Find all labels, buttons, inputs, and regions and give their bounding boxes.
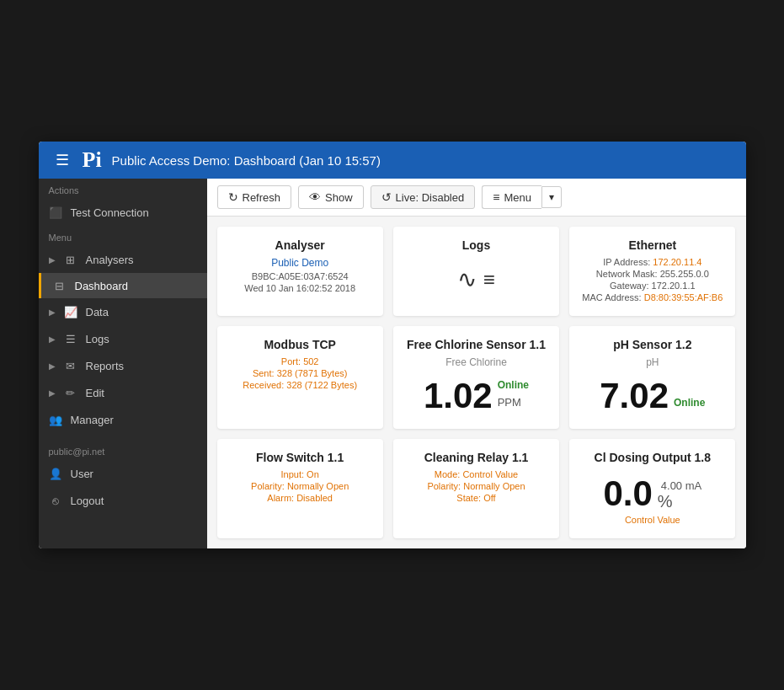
refresh-label: Refresh xyxy=(243,191,281,204)
cl-dosing-value: 0.0 xyxy=(603,476,652,511)
show-button[interactable]: 👁 Show xyxy=(298,185,364,209)
cl-dosing-unit: % xyxy=(658,492,673,511)
edit-chevron-icon: ▶ xyxy=(49,388,56,398)
modbus-port-row: Port: 502 xyxy=(281,356,319,366)
live-button[interactable]: ↺ Live: Disabled xyxy=(371,185,476,209)
ip-label: IP Address: xyxy=(603,257,650,267)
logs-chevron-icon: ▶ xyxy=(49,334,56,344)
flow-switch-card: Flow Switch 1.1 Input: On Polarity: Norm… xyxy=(217,439,383,538)
ethernet-gateway-row: Gateway: 172.20.1.1 xyxy=(610,281,696,291)
free-chlorine-value-row: 1.02 Online PPM xyxy=(424,378,529,414)
ph-sensor-subtitle: pH xyxy=(646,356,659,368)
modbus-sent-row: Sent: 328 (7871 Bytes) xyxy=(253,368,348,378)
show-label: Show xyxy=(325,191,353,204)
received-label: Received: xyxy=(243,380,284,390)
analysers-label: Analysers xyxy=(86,254,134,266)
sidebar-item-edit[interactable]: ▶ ✏ Edit xyxy=(39,379,207,406)
menu-label: Menu xyxy=(39,226,207,246)
free-chlorine-status: Online xyxy=(498,379,529,391)
data-label: Data xyxy=(86,306,109,318)
cleaning-state-row: State: Off xyxy=(456,493,495,503)
sidebar-item-reports[interactable]: ▶ ✉ Reports xyxy=(39,352,207,379)
ph-sensor-value: 7.02 xyxy=(600,378,669,414)
monitor-icon: ⬛ xyxy=(49,206,62,219)
manager-label: Manager xyxy=(71,414,114,426)
refresh-button[interactable]: ↻ Refresh xyxy=(217,185,292,209)
ph-sensor-status: Online xyxy=(674,397,705,409)
ethernet-ip-row: IP Address: 172.20.11.4 xyxy=(603,257,701,267)
sidebar-item-logout[interactable]: ⎋ Logout xyxy=(39,487,207,514)
reports-icon: ✉ xyxy=(64,359,77,372)
mac-label: MAC Address: xyxy=(582,292,641,302)
analyser-title: Analyser xyxy=(275,238,325,252)
chevron-down-icon: ▾ xyxy=(549,191,554,203)
ethernet-mac-row: MAC Address: D8:80:39:55:AF:B6 xyxy=(582,292,723,302)
gateway-label: Gateway: xyxy=(610,281,648,291)
free-chlorine-card: Free Chlorine Sensor 1.1 Free Chlorine 1… xyxy=(393,326,559,429)
free-chlorine-subtitle: Free Chlorine xyxy=(445,356,507,368)
dashboard-grid: Analyser Public Demo B9BC:A05E:03A7:6524… xyxy=(207,217,746,548)
header-menu-button[interactable]: ☰ xyxy=(52,147,72,173)
mac-value: D8:80:39:55:AF:B6 xyxy=(644,292,723,302)
data-icon: 📈 xyxy=(64,305,77,318)
sidebar-item-test-connection[interactable]: ⬛ Test Connection xyxy=(39,199,207,226)
sidebar-item-logs[interactable]: ▶ ☰ Logs xyxy=(39,325,207,352)
analyser-timestamp: Wed 10 Jan 16:02:52 2018 xyxy=(244,283,355,293)
cl-dosing-value-row: 0.0 4.00 mA % xyxy=(603,476,701,511)
logs-icon: ☰ xyxy=(64,332,77,345)
edit-icon: ✏ xyxy=(64,386,77,399)
data-chevron-icon: ▶ xyxy=(49,308,56,317)
header: ☰ Pi Public Access Demo: Dashboard (Jan … xyxy=(39,142,746,179)
actions-label: Actions xyxy=(39,179,207,199)
flow-input-label: Input: xyxy=(281,469,305,479)
menu-lines-icon: ≡ xyxy=(493,190,499,204)
app-window: ☰ Pi Public Access Demo: Dashboard (Jan … xyxy=(39,142,746,548)
pi-logo-text: Pi xyxy=(83,147,102,173)
sent-value: 328 (7871 Bytes) xyxy=(277,368,348,378)
modbus-title: Modbus TCP xyxy=(264,338,336,351)
edit-label: Edit xyxy=(86,387,104,399)
menu-dropdown-arrow[interactable]: ▾ xyxy=(541,186,562,208)
free-chlorine-title: Free Chlorine Sensor 1.1 xyxy=(407,338,546,351)
toolbar: ↻ Refresh 👁 Show ↺ Live: Disabled ≡ Menu xyxy=(207,179,746,217)
flow-input-row: Input: On xyxy=(281,469,319,479)
menu-button[interactable]: ≡ Menu xyxy=(482,185,541,209)
eye-icon: 👁 xyxy=(309,190,321,204)
cleaning-state-label: State: xyxy=(456,493,481,503)
cl-dosing-title: Cl Dosing Output 1.8 xyxy=(595,451,711,464)
sidebar-item-dashboard[interactable]: ⊟ Dashboard xyxy=(39,273,207,298)
chart-line-icon: ∿ xyxy=(457,265,477,293)
list-icon: ≡ xyxy=(483,268,495,292)
header-title: Public Access Demo: Dashboard (Jan 10 15… xyxy=(112,153,381,168)
user-icon: 👤 xyxy=(49,467,62,480)
grid-icon: ⊞ xyxy=(64,253,77,266)
header-logo: Pi xyxy=(83,147,102,173)
logout-icon: ⎋ xyxy=(49,494,62,507)
content: ↻ Refresh 👁 Show ↺ Live: Disabled ≡ Menu xyxy=(207,179,746,548)
chevron-right-icon: ▶ xyxy=(49,255,56,265)
ph-sensor-card: pH Sensor 1.2 pH 7.02 Online xyxy=(569,326,735,429)
ph-sensor-value-row: 7.02 Online xyxy=(600,378,705,414)
sidebar-item-analysers[interactable]: ▶ ⊞ Analysers xyxy=(39,246,207,273)
manager-icon: 👥 xyxy=(49,413,62,426)
cl-dosing-footer: Control Value xyxy=(625,515,680,525)
flow-polarity-row: Polarity: Normally Open xyxy=(251,481,349,491)
logs-icons: ∿ ≡ xyxy=(457,265,495,293)
modbus-card: Modbus TCP Port: 502 Sent: 328 (7871 Byt… xyxy=(217,326,383,429)
received-value: 328 (7122 Bytes) xyxy=(286,380,357,390)
logs-label: Logs xyxy=(86,333,109,345)
cleaning-polarity-row: Polarity: Normally Open xyxy=(427,481,525,491)
cleaning-mode-row: Mode: Control Value xyxy=(435,469,518,479)
flow-alarm-row: Alarm: Disabled xyxy=(267,493,333,503)
cleaning-state-value: Off xyxy=(483,493,495,503)
mask-value: 255.255.0.0 xyxy=(660,269,709,279)
sidebar-item-manager[interactable]: 👥 Manager xyxy=(39,406,207,433)
free-chlorine-value: 1.02 xyxy=(424,378,493,414)
logs-card: Logs ∿ ≡ xyxy=(393,227,559,316)
sidebar-item-data[interactable]: ▶ 📈 Data xyxy=(39,298,207,325)
flow-switch-title: Flow Switch 1.1 xyxy=(256,451,344,464)
cleaning-relay-card: Cleaning Relay 1.1 Mode: Control Value P… xyxy=(393,439,559,538)
sent-label: Sent: xyxy=(253,368,275,378)
port-value: 502 xyxy=(303,356,318,366)
sidebar-item-user[interactable]: 👤 User xyxy=(39,460,207,487)
